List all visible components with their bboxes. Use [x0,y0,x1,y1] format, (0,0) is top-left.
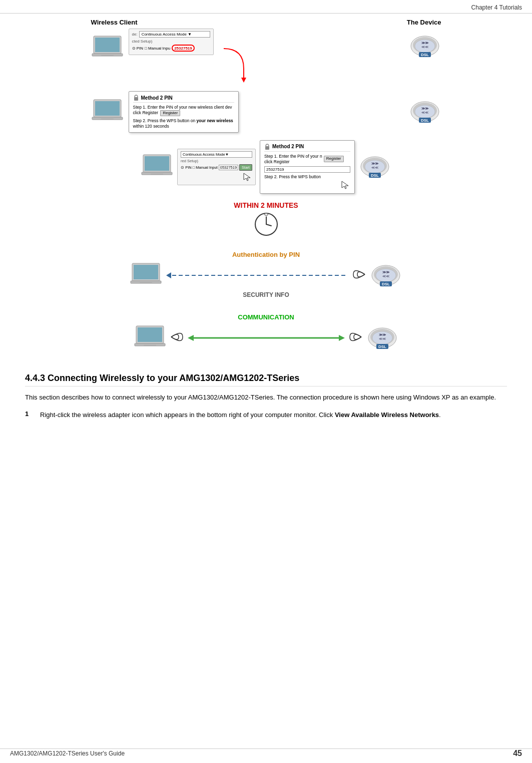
svg-marker-30 [342,181,348,189]
svg-text:≫≫: ≫≫ [371,162,379,165]
pin-value-1: 25327519 [174,46,192,51]
dsl-icon-2: ≫≫ ≪≪ DSL [409,97,441,127]
within-minutes-section: WITHIN 2 MINUTES [234,201,298,238]
laptop-icon-1 [91,34,124,61]
wifi-arcs-auth [352,262,370,288]
diagram-container: Wireless Client The Device de: Continu [25,19,507,373]
comm-section: COMMUNICATION [91,313,441,353]
footer-page-number: 45 [513,749,522,758]
svg-marker-59 [188,335,194,341]
svg-marker-60 [339,335,345,341]
svg-line-40 [266,224,271,226]
red-arrow [219,44,249,84]
section-heading: 4.4.3 Connecting Wirelessly to your AMG1… [25,373,507,387]
svg-text:DSL: DSL [378,344,386,349]
start-button[interactable]: Start [239,164,252,171]
svg-text:≫≫: ≫≫ [379,333,386,336]
main-content: Wireless Client The Device de: Continu [0,14,532,464]
pin-value-3: 05327519 [219,165,238,170]
page-header: Chapter 4 Tutorials [0,0,532,14]
svg-rect-15 [101,119,114,120]
wifi-arcs-comm-left [166,324,184,351]
svg-rect-43 [134,265,158,279]
svg-marker-46 [166,272,171,278]
dsl-icon-3: ≫≫ ≪≪ DSL [359,152,391,182]
pin-input-3[interactable]: 25327519 [264,166,350,173]
svg-marker-28 [244,173,250,181]
step-1-num: 1 [25,410,35,420]
svg-rect-3 [101,55,114,56]
svg-text:DSL: DSL [421,53,429,57]
dsl-icon-1: ≫≫ ≪≪ DSL [409,31,441,61]
svg-rect-16 [134,97,138,101]
svg-rect-1 [95,38,120,52]
svg-text:≫≫: ≫≫ [382,270,390,274]
security-info-label: SECURITY INFO [91,291,441,298]
svg-rect-13 [95,101,120,116]
within-minutes-label: WITHIN 2 MINUTES [234,201,298,209]
svg-text:≪≪: ≪≪ [379,337,386,340]
svg-rect-56 [138,327,162,342]
dashed-arrow-auth [162,268,352,283]
register-button-3[interactable]: Register [324,156,344,162]
svg-rect-27 [151,174,163,175]
step-1-bold: View Available Wireless Networks [335,411,439,419]
dsl-icon-comm: ≫≫ ≪≪ DSL [366,323,399,353]
continuous-access-label: Continuous Access Mode [142,32,187,37]
screen-mockup-3: Continuous Access Mode ▼ red Setup) ⊙ PI… [177,149,256,185]
svg-text:≪≪: ≪≪ [421,45,428,49]
the-device-label: The Device [407,19,441,26]
register-button-popup[interactable]: Register [160,110,180,116]
comm-label: COMMUNICATION [91,313,441,321]
auth-pin-label: Authentication by PIN [91,251,441,258]
section-443: 4.4.3 Connecting Wirelessly to your AMG1… [25,373,507,420]
page-footer: AMG1302/AMG1202-TSeries User's Guide 45 [0,748,532,758]
laptop-icon-comm [134,323,166,352]
svg-text:DSL: DSL [371,173,379,178]
svg-text:≪≪: ≪≪ [382,274,389,278]
step-1-item: 1 Right-click the wireless adapter icon … [25,410,507,420]
auth-section: Authentication by PIN [91,251,441,298]
clock-icon [254,212,279,237]
section-body: This section describes how to connect wi… [25,393,507,403]
svg-rect-45 [140,282,152,283]
step-1-prefix: Right-click the wireless adapter icon wh… [40,411,335,419]
step-1-end: . [439,411,441,419]
solid-double-arrow-comm [184,330,349,345]
svg-text:DSL: DSL [382,282,390,286]
laptop-icon-2 [91,97,124,126]
step-1-text: Right-click the wireless adapter icon wh… [40,410,441,420]
svg-rect-29 [265,146,269,150]
dsl-icon-auth: ≫≫ ≪≪ DSL [370,260,402,290]
svg-text:≫≫: ≫≫ [421,107,429,110]
laptop-icon-3 [141,152,173,181]
wireless-client-label: Wireless Client [91,19,138,26]
svg-rect-58 [144,345,156,346]
method2-pin-title: Method 2 PIN [141,95,173,101]
pin-popup-3: Method 2 PIN Step 1. Enter the PIN of yo… [260,140,355,194]
svg-rect-41 [265,213,268,215]
footer-left: AMG1302/AMG1202-TSeries User's Guide [10,750,125,757]
screen-mockup-1: de: Continuous Access Mode ▼ cted Setup)… [129,29,214,55]
svg-text:≫≫: ≫≫ [421,41,429,45]
pin-popup-2: Method 2 PIN Step 1. Enter the PIN of yo… [129,91,239,133]
laptop-icon-auth [130,261,162,290]
svg-text:DSL: DSL [421,118,429,123]
wifi-arcs-comm-right [349,324,366,351]
chapter-title: Chapter 4 Tutorials [471,4,522,11]
svg-text:≪≪: ≪≪ [421,111,428,114]
svg-rect-25 [145,156,169,171]
svg-marker-4 [241,78,246,83]
svg-text:≪≪: ≪≪ [371,166,378,169]
